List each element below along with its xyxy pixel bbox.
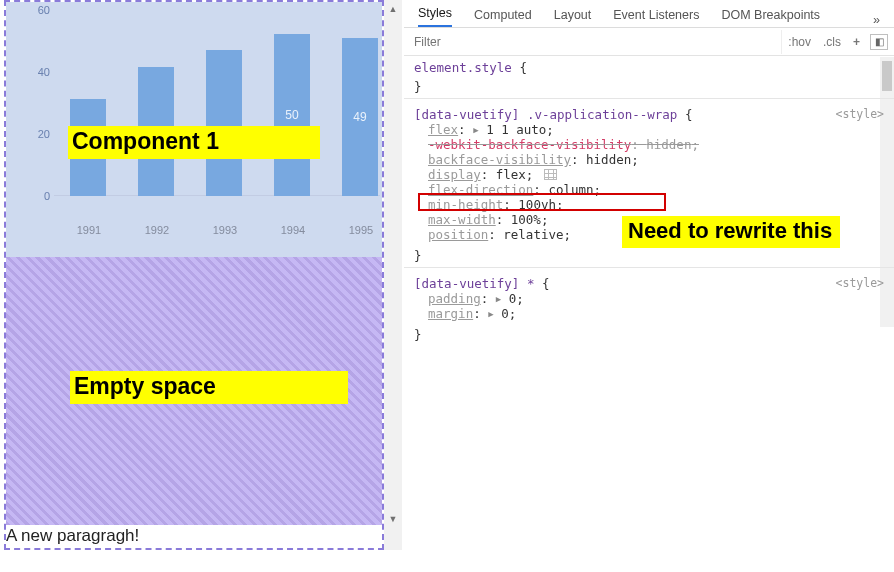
annotation-component-1: Component 1	[68, 126, 320, 159]
decl-flex-direction[interactable]: flex-direction: column;	[428, 182, 884, 197]
tab-dom-breakpoints[interactable]: DOM Breakpoints	[721, 2, 820, 27]
x-tick-1994: 1994	[268, 224, 318, 236]
bar-1993	[206, 50, 242, 196]
decl-webkit-backface[interactable]: -webkit-backface-visibility: hidden;	[428, 137, 884, 152]
annotation-rewrite-note: Need to rewrite this	[622, 216, 840, 248]
y-tick-2: 40	[26, 66, 50, 78]
paragraph-text: A new paragragh!	[6, 526, 139, 546]
decl-backface[interactable]: backface-visibility: hidden;	[428, 152, 884, 167]
rule-universal[interactable]: <style> [data-vuetify] * {	[404, 272, 894, 291]
tab-styles[interactable]: Styles	[418, 0, 452, 27]
tab-event-listeners[interactable]: Event Listeners	[613, 2, 699, 27]
chart-overlay: 0 20 40 60 50 49 1991 1992 1993 1994 199…	[6, 2, 382, 257]
tab-layout[interactable]: Layout	[554, 2, 592, 27]
annotation-empty-space: Empty space	[70, 371, 348, 404]
embedded-preview: 0 20 40 60 50 49 1991 1992 1993 1994 199…	[4, 0, 384, 550]
y-tick-3: 60	[26, 4, 50, 16]
x-tick-1995: 1995	[336, 224, 386, 236]
bar-label-1995: 49	[353, 110, 366, 124]
x-tick-1992: 1992	[132, 224, 182, 236]
x-tick-1993: 1993	[200, 224, 250, 236]
scroll-down-icon[interactable]: ▼	[384, 510, 402, 528]
devtools-panel: Styles Computed Layout Event Listeners D…	[404, 0, 894, 572]
flex-editor-icon[interactable]	[544, 169, 557, 180]
devtools-tabs: Styles Computed Layout Event Listeners D…	[404, 0, 894, 28]
decl-flex[interactable]: flex: ▶ 1 1 auto;	[428, 122, 884, 137]
tab-computed[interactable]: Computed	[474, 2, 532, 27]
device-toggle-icon[interactable]: ◧	[870, 34, 888, 50]
decl-margin[interactable]: margin: ▶ 0;	[428, 306, 884, 321]
empty-space-region: Empty space	[6, 257, 382, 525]
bar-chart: 0 20 40 60 50 49 1991 1992 1993 1994 199…	[54, 2, 380, 232]
decl-padding[interactable]: padding: ▶ 0;	[428, 291, 884, 306]
scroll-up-icon[interactable]: ▲	[384, 0, 402, 18]
y-tick-1: 20	[26, 128, 50, 140]
tabs-overflow-icon[interactable]: »	[873, 13, 880, 27]
rule-vapplication-wrap[interactable]: <style> [data-vuetify] .v-application--w…	[404, 103, 894, 122]
x-tick-1991: 1991	[64, 224, 114, 236]
bars-group: 50 49	[54, 2, 380, 196]
decl-min-height[interactable]: min-height: 100vh;	[428, 197, 884, 212]
style-origin-link-2[interactable]: <style>	[836, 276, 884, 290]
bar-1995: 49	[342, 38, 378, 196]
rule3-declarations: padding: ▶ 0; margin: ▶ 0;	[404, 291, 894, 323]
cls-toggle[interactable]: .cls	[817, 35, 847, 49]
filter-input[interactable]	[408, 30, 782, 54]
preview-scrollbar[interactable]: ▲ ▼	[384, 0, 402, 550]
style-origin-link[interactable]: <style>	[836, 107, 884, 121]
bar-1994: 50	[274, 34, 310, 196]
bar-label-1994: 50	[285, 108, 298, 122]
style-rules: element.style { } <style> [data-vuetify]…	[404, 56, 894, 342]
new-style-rule-button[interactable]: +	[847, 35, 866, 49]
rule-element-style[interactable]: element.style {	[404, 56, 894, 75]
decl-display[interactable]: display: flex;	[428, 167, 884, 182]
styles-toolbar: :hov .cls + ◧	[404, 28, 894, 56]
hov-toggle[interactable]: :hov	[782, 35, 817, 49]
y-tick-0: 0	[26, 190, 50, 202]
